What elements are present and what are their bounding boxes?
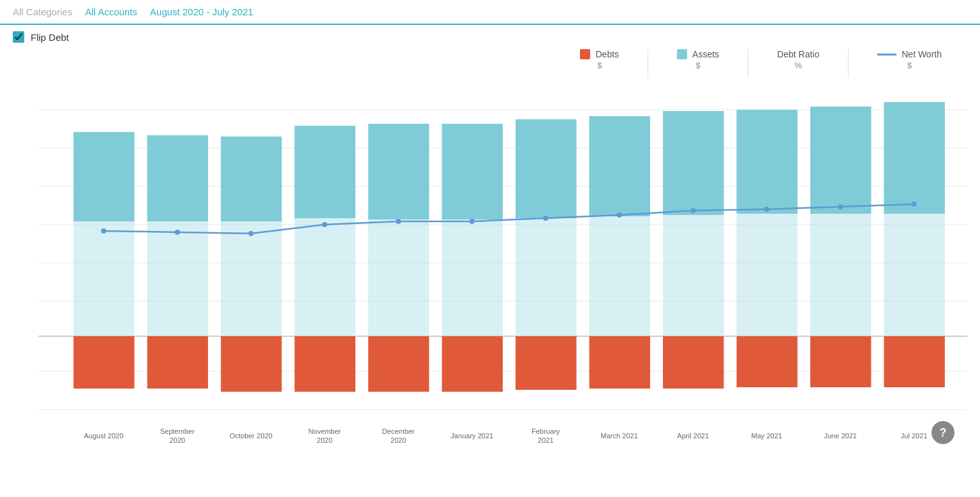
chart-svg-wrapper: $ $ $ $ $ $ $0.00 -$ -$: [38, 84, 967, 457]
x-label-nov: November: [308, 427, 341, 435]
debt-bar-aug: [73, 336, 134, 389]
asset-bar-sep: [147, 135, 208, 221]
assets-color-box: [677, 49, 687, 59]
x-label-mar: March 2021: [601, 432, 638, 440]
x-label-jul: Jul 2021: [901, 432, 928, 440]
debt-bar-jan: [442, 336, 503, 392]
flip-debt-checkbox[interactable]: [13, 31, 24, 43]
debt-bar-jul: [884, 336, 944, 387]
asset-bar-oct: [221, 137, 281, 221]
asset-bar-aug: [73, 132, 134, 221]
x-label-oct: October 2020: [230, 432, 272, 440]
net-worth-point-jan: [470, 219, 475, 224]
x-label-feb: February: [531, 427, 560, 435]
net-worth-label: Net Worth: [902, 49, 942, 59]
all-categories-label[interactable]: All Categories: [13, 6, 72, 17]
date-range-label[interactable]: August 2020 - July 2021: [150, 6, 253, 17]
all-accounts-label[interactable]: All Accounts: [85, 6, 137, 17]
help-button[interactable]: ?: [932, 421, 954, 444]
x-label-sep: September: [160, 427, 195, 435]
x-label-jun: June 2021: [824, 432, 857, 440]
net-worth-point-dec: [396, 219, 401, 224]
debts-color-box: [580, 49, 590, 59]
legend-assets: Assets $: [677, 49, 719, 70]
net-worth-point-feb: [543, 216, 548, 221]
legend-debts: Debts $: [580, 49, 619, 70]
net-worth-point-apr: [690, 208, 695, 213]
flip-debt-label: Flip Debt: [31, 32, 69, 43]
net-worth-point-sep: [175, 230, 180, 235]
svg-text:2021: 2021: [538, 436, 554, 444]
legend-divider-3: [848, 49, 849, 78]
legend-debt-ratio: Debt Ratio %: [777, 49, 819, 70]
net-worth-point-mar: [617, 212, 622, 218]
debts-unit: $: [597, 61, 602, 70]
net-worth-point-jul: [912, 202, 917, 207]
chart-container: Debts $ Assets $ Debt Ratio % Net Worth: [0, 49, 980, 489]
net-worth-point-jun: [838, 204, 843, 209]
main-chart: $ $ $ $ $ $ $0.00 -$ -$: [38, 84, 967, 454]
debt-bar-jun: [810, 336, 871, 387]
legend: Debts $ Assets $ Debt Ratio % Net Worth: [38, 49, 967, 78]
legend-divider-2: [748, 49, 748, 78]
x-label-aug: August 2020: [84, 432, 123, 440]
debt-ratio-label: Debt Ratio: [777, 49, 819, 59]
asset-bar-jun: [810, 107, 871, 214]
flip-debt-row: Flip Debt: [0, 25, 980, 49]
x-label-jan: January 2021: [450, 432, 493, 440]
debt-ratio-unit: %: [794, 61, 802, 70]
net-worth-point-oct: [248, 231, 253, 236]
top-bar: All Categories All Accounts August 2020 …: [0, 0, 980, 25]
debt-bar-mar: [590, 336, 650, 389]
asset-bar-feb: [516, 119, 576, 218]
net-worth-point-aug: [101, 228, 106, 234]
debt-bar-oct: [221, 336, 281, 392]
debts-label: Debts: [595, 49, 619, 59]
x-label-dec: December: [382, 427, 415, 435]
svg-text:2020: 2020: [390, 436, 406, 444]
asset-bar-dec: [368, 124, 429, 219]
svg-text:2020: 2020: [170, 436, 186, 444]
assets-label: Assets: [692, 49, 719, 59]
asset-bar-may: [737, 110, 798, 214]
legend-net-worth: Net Worth $: [877, 49, 942, 70]
debt-bar-nov: [295, 336, 355, 392]
x-label-may: May 2021: [751, 432, 782, 440]
debt-bar-apr: [663, 336, 724, 389]
debt-bar-dec: [368, 336, 429, 392]
asset-bar-apr: [663, 111, 724, 215]
svg-text:2020: 2020: [317, 436, 333, 444]
asset-bar-jul: [884, 102, 944, 214]
asset-bar-mar: [590, 116, 650, 216]
net-worth-point-may: [764, 207, 769, 212]
debt-bar-sep: [147, 336, 208, 389]
assets-unit: $: [695, 61, 700, 70]
debt-bar-feb: [516, 336, 576, 390]
net-worth-color-line: [877, 54, 896, 56]
debt-bar-may: [737, 336, 798, 387]
net-worth-point-nov: [322, 222, 327, 227]
legend-divider-1: [648, 49, 648, 78]
x-label-apr: April 2021: [677, 432, 709, 440]
asset-bar-jan: [442, 124, 503, 219]
asset-bar-nov: [295, 126, 355, 218]
net-worth-unit: $: [907, 61, 912, 70]
